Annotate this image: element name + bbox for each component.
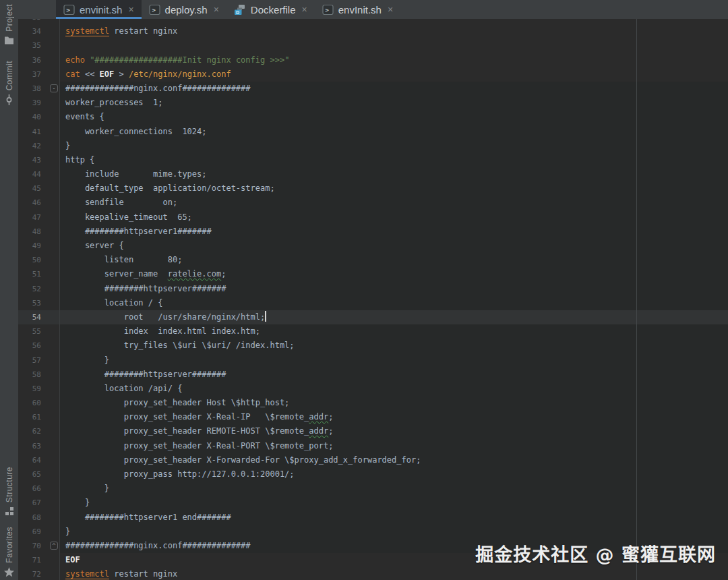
code-text[interactable]: ########httpserver1####### <box>59 225 728 239</box>
code-line-48[interactable]: 48 ########httpserver1####### <box>18 225 728 239</box>
editor[interactable]: 3334systemctl restart nginx3536echo "###… <box>18 19 728 580</box>
code-line-44[interactable]: 44 include mime.types; <box>18 167 728 181</box>
code-line-35[interactable]: 35 <box>18 38 728 53</box>
toolwindow-button-favorites[interactable]: Favorites <box>4 527 14 577</box>
close-icon[interactable]: × <box>388 5 393 14</box>
fold-marker-icon[interactable]: - <box>50 84 58 92</box>
code-line-46[interactable]: 46 sendfile on; <box>18 196 728 210</box>
code-text[interactable]: include mime.types; <box>59 167 728 181</box>
code-line-72[interactable]: 72systemctl restart nginx <box>18 567 728 580</box>
code-line-57[interactable]: 57 } <box>18 353 728 368</box>
code-text[interactable]: listen 80; <box>59 253 728 267</box>
code-text[interactable]: ########httpserver####### <box>59 282 728 296</box>
fold-column <box>41 67 59 82</box>
code-text[interactable] <box>59 38 728 53</box>
code-line-39[interactable]: 39worker_processes 1; <box>18 96 728 110</box>
code-line-51[interactable]: 51 server_name ratelie.com; <box>18 267 728 281</box>
code-line-61[interactable]: 61 proxy_set_header X-Real-IP \$remote_a… <box>18 410 728 424</box>
close-icon[interactable]: × <box>128 5 133 14</box>
code-line-52[interactable]: 52 ########httpserver####### <box>18 282 728 296</box>
code-text[interactable]: } <box>59 482 728 496</box>
code-line-69[interactable]: 69} <box>18 525 728 539</box>
code-line-50[interactable]: 50 listen 80; <box>18 253 728 267</box>
tab-Dockerfile[interactable]: DDockerfile× <box>226 0 315 19</box>
code-text[interactable]: location / { <box>59 296 728 310</box>
code-line-54[interactable]: 54 root /usr/share/nginx/html; <box>18 310 728 324</box>
toolwindow-button-commit[interactable]: Commit <box>4 61 14 105</box>
code-text[interactable]: systemctl restart nginx <box>59 567 728 580</box>
code-text[interactable]: proxy_set_header REMOTE-HOST \$remote_ad… <box>59 424 728 438</box>
toolwindow-button-structure[interactable]: Structure <box>5 467 14 516</box>
code-line-56[interactable]: 56 try_files \$uri \$uri/ /index.html; <box>18 339 728 353</box>
tab-envInit.sh[interactable]: >envInit.sh× <box>315 0 400 19</box>
code-line-41[interactable]: 41 worker_connections 1024; <box>18 125 728 139</box>
code-line-37[interactable]: 37cat << EOF > /etc/nginx/nginx.conf <box>18 67 728 82</box>
code-text[interactable]: sendfile on; <box>59 196 728 210</box>
code-line-58[interactable]: 58 ########httpserver####### <box>18 368 728 382</box>
code-area[interactable]: 3334systemctl restart nginx3536echo "###… <box>18 19 728 580</box>
code-text[interactable]: events { <box>59 110 728 124</box>
code-text[interactable] <box>59 19 728 24</box>
code-text[interactable]: proxy_set_header Host \$http_host; <box>59 396 728 410</box>
code-text[interactable]: http { <box>59 153 728 167</box>
code-text[interactable]: systemctl restart nginx <box>59 24 728 38</box>
code-line-38[interactable]: 38-##############nginx.conf#############… <box>18 82 728 96</box>
code-text[interactable]: echo "##################Init nginx confi… <box>59 53 728 67</box>
code-line-66[interactable]: 66 } <box>18 482 728 496</box>
line-number: 36 <box>18 53 41 67</box>
code-text[interactable]: } <box>59 496 728 510</box>
code-text[interactable]: root /usr/share/nginx/html; <box>59 310 728 324</box>
code-text[interactable]: location /api/ { <box>59 382 728 396</box>
code-line-62[interactable]: 62 proxy_set_header REMOTE-HOST \$remote… <box>18 424 728 438</box>
code-line-42[interactable]: 42} <box>18 139 728 153</box>
close-icon[interactable]: × <box>302 5 307 14</box>
fold-marker-icon[interactable]: ^ <box>50 542 58 550</box>
code-line-59[interactable]: 59 location /api/ { <box>18 382 728 396</box>
line-number: 39 <box>18 96 41 110</box>
code-line-67[interactable]: 67 } <box>18 496 728 510</box>
code-line-36[interactable]: 36echo "##################Init nginx con… <box>18 53 728 67</box>
toolwindow-button-project[interactable]: Project <box>4 4 14 45</box>
code-text[interactable]: keepalive_timeout 65; <box>59 210 728 225</box>
code-line-60[interactable]: 60 proxy_set_header Host \$http_host; <box>18 396 728 410</box>
code-line-33[interactable]: 33 <box>18 19 728 24</box>
line-number: 67 <box>18 496 41 510</box>
code-line-55[interactable]: 55 index index.html index.htm; <box>18 324 728 339</box>
code-line-43[interactable]: 43http { <box>18 153 728 167</box>
code-line-63[interactable]: 63 proxy_set_header X-Real-PORT \$remote… <box>18 439 728 453</box>
code-text[interactable]: default_type application/octet-stream; <box>59 181 728 196</box>
code-line-40[interactable]: 40events { <box>18 110 728 124</box>
code-text[interactable]: ########httpserver####### <box>59 368 728 382</box>
toolwindow-label: Structure <box>5 467 14 502</box>
code-text[interactable]: cat << EOF > /etc/nginx/nginx.conf <box>59 67 728 82</box>
code-line-64[interactable]: 64 proxy_set_header X-Forwarded-For \$pr… <box>18 453 728 467</box>
close-icon[interactable]: × <box>214 5 219 14</box>
code-text[interactable]: ##############nginx.conf############## <box>59 82 728 96</box>
star-icon <box>4 567 14 577</box>
code-text[interactable]: ########httpserver1 end####### <box>59 511 728 525</box>
code-text[interactable]: worker_connections 1024; <box>59 125 728 139</box>
code-line-65[interactable]: 65 proxy_pass http://127.0.0.1:20001/; <box>18 467 728 482</box>
code-text[interactable]: proxy_pass http://127.0.0.1:20001/; <box>59 467 728 482</box>
code-line-45[interactable]: 45 default_type application/octet-stream… <box>18 181 728 196</box>
code-text[interactable]: proxy_set_header X-Forwarded-For \$proxy… <box>59 453 728 467</box>
code-text[interactable]: index index.html index.htm; <box>59 324 728 339</box>
code-text[interactable]: try_files \$uri \$uri/ /index.html; <box>59 339 728 353</box>
code-line-47[interactable]: 47 keepalive_timeout 65; <box>18 210 728 225</box>
code-text[interactable]: server_name ratelie.com; <box>59 267 728 281</box>
fold-column <box>41 396 59 410</box>
tab-envinit.sh[interactable]: >envinit.sh× <box>56 0 142 19</box>
code-text[interactable]: proxy_set_header X-Real-IP \$remote_addr… <box>59 410 728 424</box>
fold-column <box>41 339 59 353</box>
code-line-34[interactable]: 34systemctl restart nginx <box>18 24 728 38</box>
code-text[interactable]: } <box>59 139 728 153</box>
code-line-68[interactable]: 68 ########httpserver1 end####### <box>18 511 728 525</box>
code-line-53[interactable]: 53 location / { <box>18 296 728 310</box>
tab-deploy.sh[interactable]: >deploy.sh× <box>142 0 226 19</box>
code-text[interactable]: } <box>59 525 728 539</box>
code-text[interactable]: server { <box>59 239 728 253</box>
code-text[interactable]: } <box>59 353 728 368</box>
code-text[interactable]: proxy_set_header X-Real-PORT \$remote_po… <box>59 439 728 453</box>
code-line-49[interactable]: 49 server { <box>18 239 728 253</box>
code-text[interactable]: worker_processes 1; <box>59 96 728 110</box>
